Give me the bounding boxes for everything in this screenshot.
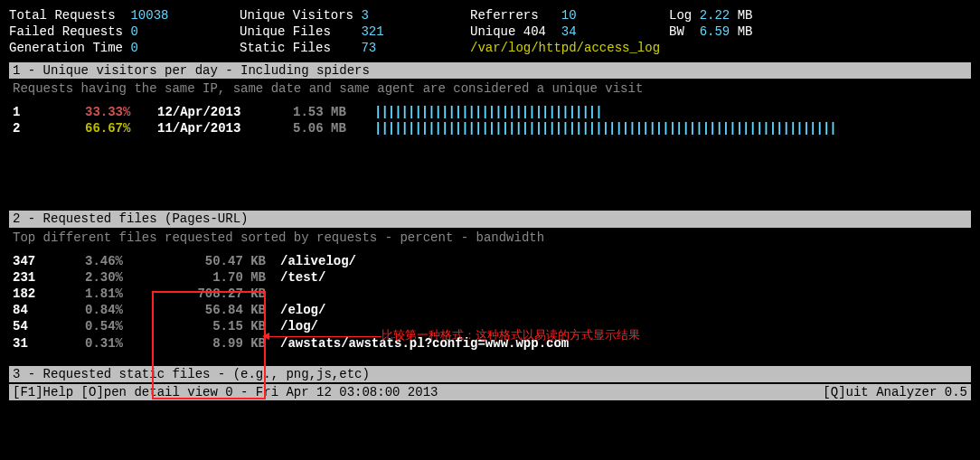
file-count: 84: [13, 302, 85, 318]
annotation-arrow: [264, 336, 382, 337]
visitor-percent: 33.33%: [85, 104, 157, 120]
file-row: 1821.81%708.27 KB: [9, 286, 971, 302]
visitor-date: 12/Apr/2013: [157, 104, 293, 120]
visitor-size: 1.53 MB: [293, 104, 374, 120]
uniq404-value: 34: [561, 23, 577, 40]
file-count: 31: [13, 335, 85, 352]
file-count: 347: [13, 253, 85, 269]
file-count: 231: [13, 269, 85, 286]
file-size: 56.84 KB: [166, 302, 280, 318]
file-size: 708.27 KB: [166, 286, 280, 302]
file-path: /log/: [280, 318, 318, 334]
visitor-size: 5.06 MB: [293, 120, 374, 136]
footer-left: [F1]Help [O]pen detail view 0 - Fri Apr …: [13, 384, 438, 400]
footer-right: [Q]uit Analyzer 0.5: [823, 384, 967, 400]
bw-label: BW: [669, 23, 684, 40]
bw-unit: MB: [738, 23, 753, 40]
uniq-files-value: 321: [361, 23, 383, 40]
visitor-row: 266.67%11/Apr/20135.06 MB|||||||||||||||…: [9, 120, 971, 136]
log-value: 2.22: [700, 7, 730, 23]
file-size: 1.70 MB: [166, 269, 280, 286]
file-count: 54: [13, 318, 85, 334]
referrers-value: 10: [561, 7, 577, 23]
stats-block: Total Requests 10038 Unique Visitors 3 R…: [9, 7, 971, 57]
annotation-arrow-head: [262, 333, 269, 340]
visitor-bar: ||||||||||||||||||||||||||||||||||||||||…: [374, 120, 836, 136]
section2-subtitle: Top different files requested sorted by …: [9, 230, 971, 246]
failed-req-label: Failed Requests: [9, 23, 123, 40]
gentime-value: 0: [130, 40, 137, 56]
file-count: 182: [13, 286, 85, 302]
annotation-text: 比较第一种格式：这种格式以易读的方式显示结果: [382, 328, 640, 343]
file-percent: 0.84%: [85, 302, 166, 318]
log-label: Log: [669, 7, 692, 23]
visitor-index: 2: [13, 120, 85, 136]
visitors-table: 133.33%12/Apr/20131.53 MB|||||||||||||||…: [9, 104, 971, 136]
file-percent: 1.81%: [85, 286, 166, 302]
section3-header: 3 - Requested static files - (e.g., png,…: [9, 366, 971, 382]
failed-req-value: 0: [130, 23, 137, 40]
file-size: 50.47 KB: [166, 253, 280, 269]
file-path: /test/: [280, 269, 325, 286]
section2-header: 2 - Requested files (Pages-URL): [9, 211, 971, 227]
uniq404-label: Unique 404: [470, 23, 546, 40]
file-percent: 2.30%: [85, 269, 166, 286]
total-req-label: Total Requests: [9, 7, 116, 23]
file-percent: 0.31%: [85, 335, 166, 352]
visitor-bar: ||||||||||||||||||||||||||||||||||: [374, 104, 602, 120]
file-percent: 0.54%: [85, 318, 166, 334]
footer-bar: [F1]Help [O]pen detail view 0 - Fri Apr …: [9, 384, 971, 400]
referrers-label: Referrers: [470, 7, 539, 23]
static-files-label: Static Files: [240, 40, 331, 56]
file-path: /alivelog/: [280, 253, 356, 269]
file-row: 2312.30%1.70 MB/test/: [9, 269, 971, 286]
total-req-value: 10038: [130, 7, 168, 23]
log-path: /var/log/httpd/access_log: [470, 40, 660, 56]
visitor-index: 1: [13, 104, 85, 120]
file-path: /elog/: [280, 302, 325, 318]
uniq-files-label: Unique Files: [240, 23, 331, 40]
uniq-vis-label: Unique Visitors: [240, 7, 353, 23]
file-percent: 3.46%: [85, 253, 166, 269]
bw-value: 6.59: [700, 23, 730, 40]
log-unit: MB: [738, 7, 753, 23]
uniq-vis-value: 3: [361, 7, 368, 23]
file-row: 840.84%56.84 KB/elog/: [9, 302, 971, 318]
visitor-date: 11/Apr/2013: [157, 120, 293, 136]
file-row: 3473.46%50.47 KB/alivelog/: [9, 253, 971, 269]
visitor-row: 133.33%12/Apr/20131.53 MB|||||||||||||||…: [9, 104, 971, 120]
section1-subtitle: Requests having the same IP, same date a…: [9, 80, 971, 97]
visitor-percent: 66.67%: [85, 120, 157, 136]
gentime-label: Generation Time: [9, 40, 123, 56]
static-files-value: 73: [361, 40, 376, 56]
section1-header: 1 - Unique visitors per day - Including …: [9, 62, 971, 79]
